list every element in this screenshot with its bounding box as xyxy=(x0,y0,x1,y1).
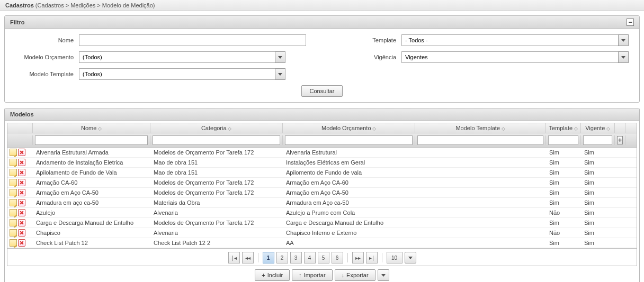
exportar-button[interactable]: ↓Exportar xyxy=(335,269,375,281)
edit-icon[interactable] xyxy=(10,159,17,166)
delete-icon[interactable] xyxy=(18,179,25,186)
consultar-button[interactable]: Consultar xyxy=(301,85,342,97)
edit-icon[interactable] xyxy=(10,209,17,216)
pager-page-button[interactable]: 3 xyxy=(290,252,302,263)
cell-template: Sim xyxy=(546,218,581,228)
label-nome: Nome xyxy=(15,37,74,43)
edit-icon[interactable] xyxy=(10,189,17,196)
grid-panel-title: Modelos xyxy=(10,111,34,117)
edit-icon[interactable] xyxy=(10,219,17,226)
table-row[interactable]: Apilolamento de Fundo de ValaMao de obra… xyxy=(7,168,637,178)
modelo-orcamento-select[interactable] xyxy=(79,51,275,63)
vigencia-dropdown-icon[interactable] xyxy=(618,51,629,63)
filter-panel: Filtro − Nome Template Modelo Orçamento xyxy=(4,15,640,103)
arrow-down-icon: ↓ xyxy=(342,272,345,278)
modelo-template-select[interactable] xyxy=(79,68,275,80)
pager-page-button[interactable]: 4 xyxy=(304,252,316,263)
breadcrumb-title: Cadastros xyxy=(5,2,34,8)
cell-vigente: Sim xyxy=(581,168,615,177)
pager-page-button[interactable]: 5 xyxy=(318,252,329,263)
cell-vigente: Sim xyxy=(581,238,615,248)
template-select[interactable] xyxy=(401,34,618,46)
edit-icon[interactable] xyxy=(10,149,17,156)
vigencia-select[interactable] xyxy=(401,51,618,63)
exportar-split-button[interactable] xyxy=(378,269,389,281)
pager-last-button[interactable]: ▸∣ xyxy=(366,252,378,263)
cell-categoria: Modelos de Orçamento Por Tarefa 172 xyxy=(150,178,283,187)
cell-template: Sim xyxy=(546,178,581,187)
cell-categoria: Modelos de Orçamento Por Tarefa 172 xyxy=(150,148,283,157)
cell-nome: Armadura em aço ca-50 xyxy=(33,198,150,207)
filter-categoria-input[interactable] xyxy=(153,135,280,145)
delete-icon[interactable] xyxy=(18,199,25,206)
cell-modelo-template xyxy=(415,178,546,187)
delete-icon[interactable] xyxy=(18,169,25,176)
header-template[interactable]: Template xyxy=(546,123,581,133)
table-row[interactable]: Armadura em aço ca-50Materiais da ObraAr… xyxy=(7,198,637,208)
filter-template-input[interactable] xyxy=(548,135,578,145)
delete-icon[interactable] xyxy=(18,219,25,226)
cell-modelo-orcamento: Carga e Descarga Manual de Entulho xyxy=(283,218,415,228)
filter-template-model-input[interactable] xyxy=(417,135,543,145)
header-vigente[interactable]: Vigente xyxy=(581,123,615,133)
cell-template: Não xyxy=(546,228,581,238)
pager-page-button[interactable]: 2 xyxy=(276,252,288,263)
delete-icon[interactable] xyxy=(18,189,25,196)
importar-button[interactable]: ↑Importar xyxy=(292,269,332,281)
cell-template: Sim xyxy=(546,148,581,157)
label-template: Template xyxy=(338,37,396,43)
label-vigencia: Vigência xyxy=(338,54,396,60)
header-modelo-orcamento[interactable]: Modelo Orçamento xyxy=(283,123,415,133)
edit-icon[interactable] xyxy=(10,179,17,186)
edit-icon[interactable] xyxy=(10,199,17,206)
cell-nome: Apilolamento de Fundo de Vala xyxy=(33,168,150,177)
table-row[interactable]: Armação CA-60Modelos de Orçamento Por Ta… xyxy=(7,178,637,188)
cell-categoria: Check List Patch 12 2 xyxy=(150,238,283,248)
filter-nome-input[interactable] xyxy=(35,135,148,145)
table-row[interactable]: Andamento de Instalação EletricaMao de o… xyxy=(7,158,637,168)
table-row[interactable]: Alvenaria Estrutural ArmadaModelos de Or… xyxy=(7,148,637,158)
delete-icon[interactable] xyxy=(18,159,25,166)
pager-prev-button[interactable]: ◂◂ xyxy=(242,252,254,263)
grid-panel-header: Modelos xyxy=(5,108,639,121)
delete-icon[interactable] xyxy=(18,209,25,216)
pager-first-button[interactable]: ∣◂ xyxy=(228,252,240,263)
edit-icon[interactable] xyxy=(10,169,17,176)
table-row[interactable]: Check List Patch 12Check List Patch 12 2… xyxy=(7,238,637,248)
delete-icon[interactable] xyxy=(18,239,25,247)
header-nome[interactable]: Nome xyxy=(33,123,150,133)
filter-vigente-input[interactable] xyxy=(583,135,612,145)
cell-template: Não xyxy=(546,208,581,217)
template-dropdown-icon[interactable] xyxy=(618,34,629,46)
pager-next-button[interactable]: ▸▸ xyxy=(352,252,364,263)
cell-vigente: Sim xyxy=(581,208,615,217)
filter-orcamento-input[interactable] xyxy=(285,135,413,145)
pager-page-button[interactable]: 6 xyxy=(332,252,343,263)
collapse-button[interactable]: − xyxy=(627,19,634,26)
delete-icon[interactable] xyxy=(18,229,25,236)
header-modelo-template[interactable]: Modelo Template xyxy=(415,123,546,133)
edit-icon[interactable] xyxy=(10,239,17,247)
modelo-orcamento-dropdown-icon[interactable] xyxy=(275,51,285,63)
table-row[interactable]: AzulejoAlvenariaAzulejo a Prumo com Cola… xyxy=(7,208,637,218)
cell-modelo-orcamento: Armação em Aço CA-50 xyxy=(283,188,415,197)
table-row[interactable]: Armação em Aço CA-50Modelos de Orçamento… xyxy=(7,188,637,198)
delete-icon[interactable] xyxy=(18,149,25,156)
grid-filter-row: + xyxy=(7,133,637,148)
cell-nome: Azulejo xyxy=(33,208,150,217)
header-categoria[interactable]: Categoria xyxy=(150,123,283,133)
table-row[interactable]: ChapiscoAlvenariaChapisco Interno e Exte… xyxy=(7,228,637,238)
edit-icon[interactable] xyxy=(10,229,17,236)
cell-modelo-template xyxy=(415,148,546,157)
pager-size-select[interactable]: 10 xyxy=(387,252,402,263)
pager-page-button[interactable]: 1 xyxy=(263,252,274,263)
pager-size-dropdown-icon[interactable] xyxy=(405,252,416,263)
cell-categoria: Materiais da Obra xyxy=(150,198,283,207)
modelo-template-dropdown-icon[interactable] xyxy=(275,68,285,80)
cell-modelo-template xyxy=(415,158,546,167)
table-row[interactable]: Carga e Descarga Manual de EntulhoModelo… xyxy=(7,218,637,228)
nome-input[interactable] xyxy=(79,34,306,46)
add-column-button[interactable]: + xyxy=(617,136,623,144)
incluir-button[interactable]: +Incluir xyxy=(255,269,290,281)
cell-categoria: Mao de obra 151 xyxy=(150,158,283,167)
